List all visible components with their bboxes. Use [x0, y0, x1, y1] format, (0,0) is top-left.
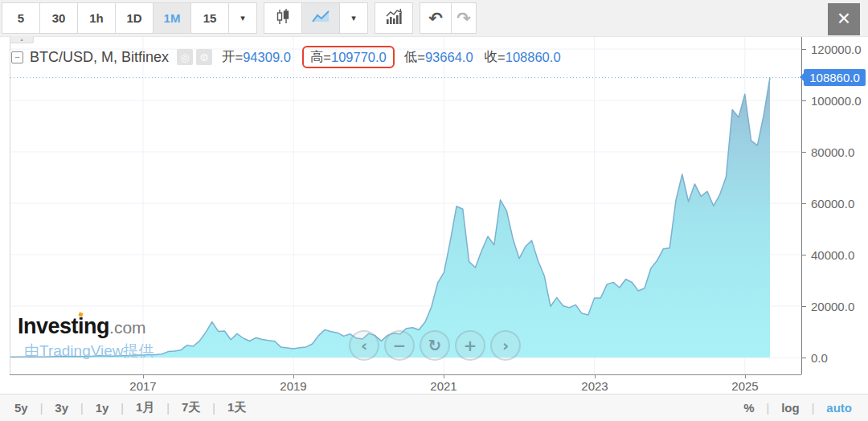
time-axis[interactable]: 2017 2019 2021 2023 2025	[0, 374, 801, 394]
high-field-highlighted: 高=109770.0	[302, 46, 395, 68]
price-axis[interactable]: 120000.0 100000.0 80000.0 60000.0 40000.…	[801, 37, 868, 374]
close-icon: ×	[837, 6, 850, 31]
area-chart-icon	[311, 9, 330, 27]
zoom-out-button[interactable]: −	[384, 330, 415, 361]
caret-down-icon: ▾	[240, 13, 245, 23]
x-axis-label: 2023	[571, 379, 619, 393]
separator: |	[40, 402, 43, 415]
reset-view-button[interactable]: ↻	[420, 330, 450, 361]
x-tick	[444, 375, 444, 378]
undo-button[interactable]: ↶	[420, 2, 452, 34]
separator: |	[166, 402, 170, 415]
x-axis-label: 2025	[721, 379, 769, 393]
separator: |	[121, 402, 124, 415]
style-dropdown-button[interactable]: ▾	[339, 2, 368, 34]
y-axis-label: 80000.0	[811, 145, 867, 159]
x-axis-label: 2019	[269, 379, 317, 393]
top-toolbar: 5 30 1h 1D 1M 15 ▾	[0, 0, 868, 37]
time-axis-line	[10, 374, 801, 375]
price-axis-line	[801, 37, 802, 374]
x-tick	[143, 375, 144, 378]
close-value: 108860.0	[506, 50, 561, 65]
x-axis-label: 2017	[119, 379, 167, 393]
undo-redo-group: ↶ ↷	[420, 2, 477, 34]
y-axis-label: 120000.0	[811, 43, 867, 56]
collapse-toolbar-tab[interactable]: ▴	[10, 36, 34, 43]
indicators-button[interactable]	[375, 2, 413, 34]
minus-icon: −	[393, 336, 407, 355]
area-style-button-active[interactable]	[301, 2, 340, 34]
y-tick	[802, 49, 806, 50]
plot-left-border	[10, 37, 10, 374]
range-button-5y[interactable]: 5y	[14, 401, 28, 415]
interval-dropdown-button[interactable]: ▾	[228, 2, 257, 34]
y-tick	[802, 358, 806, 358]
collapse-up-icon: ▴	[20, 36, 23, 42]
range-button-1y[interactable]: 1y	[96, 401, 109, 415]
legend-collapse-button[interactable]: −	[11, 51, 23, 63]
candlestick-icon	[274, 8, 292, 28]
tradingview-attribution: 由TradingView提供	[24, 341, 154, 362]
range-button-1day[interactable]: 1天	[227, 400, 246, 415]
interval-button-1h[interactable]: 1h	[77, 2, 116, 34]
indicators-group	[375, 2, 413, 34]
logo-text: Invest	[18, 314, 78, 338]
x-tick	[745, 375, 746, 378]
bottom-toolbar: 5y | 3y | 1y | 1月 | 7天 | 1天 % | log | au…	[0, 394, 868, 421]
close-field: 收=108860.0	[485, 48, 561, 66]
interval-button-1d[interactable]: 1D	[115, 2, 154, 34]
open-value: 94309.0	[243, 50, 291, 65]
scale-selector: % | log | auto	[743, 401, 852, 415]
refresh-icon: ↻	[428, 336, 442, 355]
eye-icon: ◎	[180, 51, 189, 63]
toggle-visibility-button[interactable]: ◎	[177, 49, 193, 65]
y-axis-label: 100000.0	[811, 94, 867, 108]
separator: |	[212, 402, 215, 415]
interval-button-5[interactable]: 5	[2, 2, 40, 34]
y-axis-label: 40000.0	[811, 248, 867, 262]
chart-app-window: 5 30 1h 1D 1M 15 ▾	[0, 0, 868, 421]
high-value: 109770.0	[331, 50, 387, 65]
open-label: 开	[222, 48, 235, 66]
range-button-3y[interactable]: 3y	[55, 401, 68, 415]
log-scale-button[interactable]: log	[781, 401, 800, 415]
zoom-in-button[interactable]: +	[455, 330, 485, 361]
close-label: 收	[485, 48, 498, 66]
pan-left-button[interactable]: ‹	[349, 330, 379, 361]
x-axis-label: 2021	[420, 379, 468, 393]
minus-icon: −	[14, 53, 19, 62]
redo-icon: ↷	[457, 9, 471, 28]
y-tick	[802, 100, 806, 101]
plus-icon: +	[464, 336, 477, 355]
percent-scale-button[interactable]: %	[743, 401, 754, 415]
series-settings-button[interactable]: ⚙	[196, 49, 212, 65]
range-button-7day[interactable]: 7天	[182, 400, 200, 415]
interval-button-group: 5 30 1h 1D 1M 15 ▾	[2, 2, 257, 34]
ohlc-readout: 开=94309.0 高=109770.0 低=93664.0 收=108860.…	[222, 46, 572, 68]
pan-right-button[interactable]: ›	[490, 330, 521, 361]
chart-legend: − BTC/USD, M, Bitfinex ◎ ⚙ 开=94309.0 高=1…	[11, 46, 572, 68]
chart-style-group: ▾	[264, 2, 368, 34]
close-button[interactable]: ×	[828, 3, 860, 35]
interval-button-30[interactable]: 30	[39, 2, 78, 34]
gear-icon: ⚙	[199, 51, 209, 63]
y-axis-label: 60000.0	[811, 197, 867, 210]
range-button-1month[interactable]: 1月	[136, 400, 154, 415]
caret-down-icon: ▾	[351, 13, 356, 23]
interval-button-1m-active[interactable]: 1M	[153, 2, 191, 34]
current-price-badge: 108860.0	[804, 69, 866, 86]
x-tick	[293, 375, 294, 378]
chevron-right-icon: ›	[502, 336, 509, 355]
symbol-title[interactable]: BTC/USD, M, Bitfinex	[30, 49, 169, 66]
low-field: 低=93664.0	[404, 48, 473, 66]
auto-scale-button-active[interactable]: auto	[826, 401, 852, 415]
candlestick-style-button[interactable]	[264, 2, 302, 34]
logo-text-accent: ing	[78, 314, 109, 338]
undo-icon: ↶	[428, 9, 443, 28]
indicators-icon	[384, 8, 403, 28]
low-value: 93664.0	[425, 50, 473, 65]
redo-button[interactable]: ↷	[451, 2, 477, 34]
interval-button-15[interactable]: 15	[190, 2, 229, 34]
y-tick	[802, 203, 806, 204]
chevron-left-icon: ‹	[361, 336, 367, 355]
